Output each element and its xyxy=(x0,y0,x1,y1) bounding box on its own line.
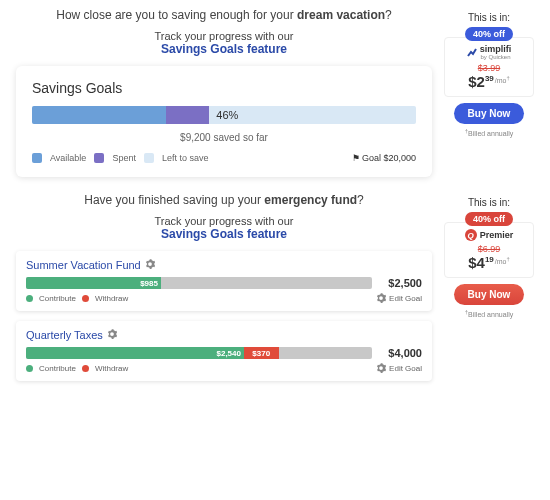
savings-goals-card: Savings Goals 46% $9,200 saved so far Av… xyxy=(16,66,432,177)
progress-bar: $985 xyxy=(26,277,372,289)
new-price: $239/mo† xyxy=(449,73,529,90)
section-emergency-fund: Have you finished saving up your emergen… xyxy=(0,185,550,399)
tagline: Track your progress with our xyxy=(16,30,432,42)
brand-premier: Q Premier xyxy=(449,229,529,241)
card-title: Savings Goals xyxy=(32,80,416,96)
simplifi-icon xyxy=(467,47,477,57)
withdraw-label[interactable]: Withdraw xyxy=(95,364,128,373)
old-price: $6.99 xyxy=(449,244,529,254)
contribute-label[interactable]: Contribute xyxy=(39,364,76,373)
buy-now-button[interactable]: Buy Now xyxy=(454,103,525,124)
this-is-in-label: This is in: xyxy=(444,197,534,208)
pct-off-badge: 40% off xyxy=(465,27,513,41)
offer-premier: This is in: 40% off Q Premier $6.99 $419… xyxy=(444,193,534,391)
goal-card: Quarterly Taxes $2,540 $370 $4,000 Contr… xyxy=(16,321,432,381)
swatch-spent xyxy=(94,153,104,163)
gear-icon[interactable] xyxy=(145,259,155,271)
quicken-icon: Q xyxy=(465,229,477,241)
buy-now-button[interactable]: Buy Now xyxy=(454,284,525,305)
price-card: Q Premier $6.99 $419/mo† xyxy=(444,222,534,278)
savings-goals-feature-link[interactable]: Savings Goals feature xyxy=(16,42,432,56)
progress-bar: $2,540 $370 xyxy=(26,347,372,359)
dot-contribute xyxy=(26,295,33,302)
goal-name-link[interactable]: Summer Vacation Fund xyxy=(26,259,141,271)
new-price: $419/mo† xyxy=(449,254,529,271)
progress-bar: 46% xyxy=(32,106,416,124)
saved-so-far: $9,200 saved so far xyxy=(32,132,416,143)
prompt-text: Have you finished saving up your emergen… xyxy=(16,193,432,207)
bar-spent xyxy=(166,106,208,124)
swatch-left xyxy=(144,153,154,163)
goal-name-link[interactable]: Quarterly Taxes xyxy=(26,329,103,341)
goal-card: Summer Vacation Fund $985 $2,500 Contrib… xyxy=(16,251,432,311)
dot-withdraw xyxy=(82,295,89,302)
offer-simplifi: This is in: 40% off simplifiby Quicken $… xyxy=(444,8,534,177)
goal-amount: ⚑Goal $20,000 xyxy=(352,153,416,163)
section-dream-vacation: How close are you to saving enough for y… xyxy=(0,0,550,185)
billed-annually: †Billed annually xyxy=(444,309,534,318)
bar-pct-label: 46% xyxy=(216,109,238,121)
gear-icon[interactable] xyxy=(107,329,117,341)
prompt-text: How close are you to saving enough for y… xyxy=(16,8,432,22)
bar-contribute: $2,540 xyxy=(26,347,244,359)
swatch-available xyxy=(32,153,42,163)
flag-icon: ⚑ xyxy=(352,153,360,163)
withdraw-label[interactable]: Withdraw xyxy=(95,294,128,303)
pct-off-badge: 40% off xyxy=(465,212,513,226)
bar-withdraw: $370 xyxy=(244,347,279,359)
bar-contribute: $985 xyxy=(26,277,161,289)
goal-total: $4,000 xyxy=(380,347,422,359)
price-card: simplifiby Quicken $3.99 $239/mo† xyxy=(444,37,534,97)
savings-goals-feature-link[interactable]: Savings Goals feature xyxy=(16,227,432,241)
bar-available xyxy=(32,106,166,124)
old-price: $3.99 xyxy=(449,63,529,73)
goal-total: $2,500 xyxy=(380,277,422,289)
billed-annually: †Billed annually xyxy=(444,128,534,137)
contribute-label[interactable]: Contribute xyxy=(39,294,76,303)
edit-goal-link[interactable]: Edit Goal xyxy=(376,293,422,303)
tagline: Track your progress with our xyxy=(16,215,432,227)
this-is-in-label: This is in: xyxy=(444,12,534,23)
dot-contribute xyxy=(26,365,33,372)
dot-withdraw xyxy=(82,365,89,372)
brand-simplifi: simplifiby Quicken xyxy=(449,44,529,60)
legend: Available Spent Left to save ⚑Goal $20,0… xyxy=(32,153,416,163)
edit-goal-link[interactable]: Edit Goal xyxy=(376,363,422,373)
